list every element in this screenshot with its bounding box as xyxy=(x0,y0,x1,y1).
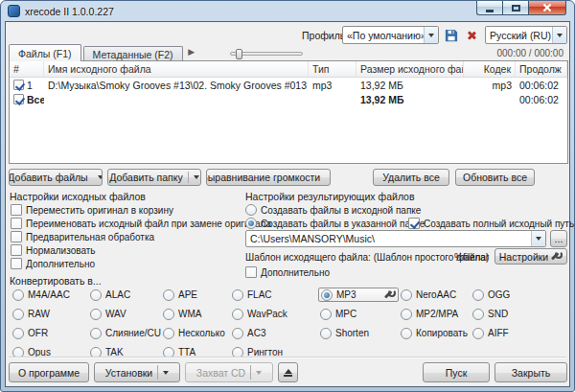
wrench-icon[interactable] xyxy=(385,289,396,300)
cell-size: 13,92 МБ xyxy=(356,80,464,91)
format-neroaac[interactable]: NeroAAC xyxy=(399,288,471,302)
format-merge-cue[interactable]: Слияние/CUE xyxy=(88,326,161,340)
chevron-down-icon xyxy=(330,175,331,179)
option-preprocessing[interactable]: Предварительная обработка xyxy=(11,231,154,242)
triangle-icon xyxy=(536,237,541,241)
format-ofr[interactable]: OFR xyxy=(11,326,88,340)
delete-icon xyxy=(467,31,476,40)
column-duration[interactable]: Продолж xyxy=(516,61,567,77)
add-folder-button[interactable]: Добавить папку xyxy=(107,169,201,186)
format-grid: M4A/AAC ALAC APE FLAC MP3 NeroAAC OGG RA… xyxy=(11,288,566,359)
close-window-button[interactable]: Закрыть xyxy=(494,362,567,382)
format-ape[interactable]: APE xyxy=(161,288,230,302)
start-button[interactable]: Пуск xyxy=(423,362,490,382)
browse-folder-button[interactable]: ... xyxy=(550,230,567,247)
radio-icon xyxy=(245,204,257,216)
checkbox-icon xyxy=(11,218,22,229)
cell-type: mp3 xyxy=(309,80,356,91)
about-button[interactable]: О программе xyxy=(9,362,89,382)
chevron-down-icon[interactable] xyxy=(424,27,438,43)
radio-icon xyxy=(320,328,332,339)
format-aiff[interactable]: AIFF xyxy=(471,326,566,340)
column-source-name[interactable]: Имя исходного файла xyxy=(44,61,309,77)
radio-output-source-folder[interactable]: Создавать файлы в исходной папке xyxy=(245,204,421,216)
template-value[interactable]: %filenar xyxy=(454,252,489,263)
format-mp2-mpa[interactable]: MP2/MPA xyxy=(399,307,471,321)
output-path-select[interactable]: C:\Users\MANSORY\Music\ xyxy=(245,230,546,247)
eject-button[interactable] xyxy=(278,362,298,382)
format-alac[interactable]: ALAC xyxy=(88,288,161,302)
radio-icon xyxy=(232,309,243,320)
chevron-down-icon[interactable] xyxy=(531,231,545,246)
column-number[interactable]: # xyxy=(10,61,44,77)
radio-icon xyxy=(472,328,484,339)
floppy-icon xyxy=(445,29,458,42)
option-advanced-source[interactable]: Дополнительно xyxy=(11,258,95,269)
format-wma[interactable]: WMA xyxy=(161,307,230,321)
refresh-all-button[interactable]: Обновить все xyxy=(455,169,535,186)
column-codec[interactable]: Кодек xyxy=(464,61,516,77)
format-raw[interactable]: RAW xyxy=(11,307,88,321)
format-shorten[interactable]: Shorten xyxy=(318,326,399,340)
table-row[interactable]: 1 D:\Музыка\Smoky Grooves #13\02. Smoky … xyxy=(10,78,567,92)
radio-icon xyxy=(163,309,174,320)
chevron-down-icon xyxy=(194,175,199,179)
option-move-original-to-trash[interactable]: Переместить оригинал в корзину xyxy=(11,204,173,216)
format-multiple[interactable]: Несколько xyxy=(161,326,230,340)
tab-metadata[interactable]: Метаданные (F2) xyxy=(83,46,183,61)
format-ogg[interactable]: OGG xyxy=(471,288,566,302)
volume-leveling-button[interactable]: Выравнивание громкости xyxy=(206,169,331,186)
format-copy[interactable]: Копировать xyxy=(399,326,471,340)
radio-icon xyxy=(232,289,243,301)
format-ac3[interactable]: AC3 xyxy=(230,326,318,340)
template-settings-button[interactable]: Настройки xyxy=(494,248,567,265)
format-mp3[interactable]: MP3 xyxy=(318,288,399,302)
format-m4a-aac[interactable]: M4A/AAC xyxy=(11,288,88,302)
delete-profile-button[interactable] xyxy=(463,27,480,44)
minimize-button[interactable] xyxy=(476,1,502,15)
cell-duration: 00:06:02 xyxy=(516,80,567,91)
option-full-source-path[interactable]: Создавать полный исходный путь xyxy=(408,218,574,229)
next-button[interactable]: ▶ xyxy=(188,46,195,58)
xrecode-window: xrecode II 1.0.0.227 Профиль «По умолчан… xyxy=(0,0,575,392)
option-normalize[interactable]: Нормализовать xyxy=(11,244,96,256)
convert-title: Конвертировать в... xyxy=(10,275,102,287)
language-select[interactable]: Русский (RU) xyxy=(485,26,567,44)
window-title: xrecode II 1.0.0.227 xyxy=(25,6,114,17)
chevron-down-icon[interactable] xyxy=(552,27,566,43)
column-type[interactable]: Тип xyxy=(309,61,356,77)
format-mpc[interactable]: MPC xyxy=(318,307,399,321)
radio-icon xyxy=(320,309,332,320)
time-display: 000:00 / 000:00 xyxy=(496,48,564,58)
table-total-row[interactable]: Всего: 13,92 МБ 00:06:02 xyxy=(10,92,567,106)
row-checkbox[interactable] xyxy=(13,80,24,90)
radio-output-custom-folder[interactable]: Создавать файлы в указанной папке xyxy=(245,218,425,229)
radio-icon xyxy=(90,309,102,320)
format-wavpack[interactable]: WavPack xyxy=(230,307,318,321)
remove-all-button[interactable]: Удалить все xyxy=(373,169,449,186)
column-source-size[interactable]: Размер исходного файла xyxy=(356,61,464,77)
profile-select[interactable]: «По умолчанию» xyxy=(342,26,439,44)
format-snd[interactable]: SND xyxy=(471,307,566,321)
close-button[interactable] xyxy=(528,1,566,15)
checkbox-icon xyxy=(11,204,22,216)
add-files-button[interactable]: Добавить файлы xyxy=(9,169,103,186)
maximize-button[interactable] xyxy=(502,1,528,15)
option-advanced-output[interactable]: Дополнительно xyxy=(245,266,330,278)
triangle-icon xyxy=(428,34,434,37)
radio-icon xyxy=(163,289,174,301)
save-profile-button[interactable] xyxy=(443,27,460,44)
radio-icon xyxy=(472,289,484,301)
format-flac[interactable]: FLAC xyxy=(230,288,318,302)
seek-slider[interactable] xyxy=(230,52,303,56)
slider-thumb[interactable] xyxy=(236,49,242,59)
total-checkbox[interactable] xyxy=(13,94,24,104)
option-rename-source-on-replace[interactable]: Переименовать исходный файл при замене о… xyxy=(11,218,271,229)
radio-icon xyxy=(245,218,257,229)
format-wav[interactable]: WAV xyxy=(88,307,161,321)
radio-icon xyxy=(12,309,24,320)
options-button[interactable]: Установки xyxy=(94,362,180,382)
tab-bar: Файлы (F1) Метаданные (F2) xyxy=(9,44,185,61)
tab-files[interactable]: Файлы (F1) xyxy=(9,44,81,61)
radio-icon xyxy=(232,328,243,339)
